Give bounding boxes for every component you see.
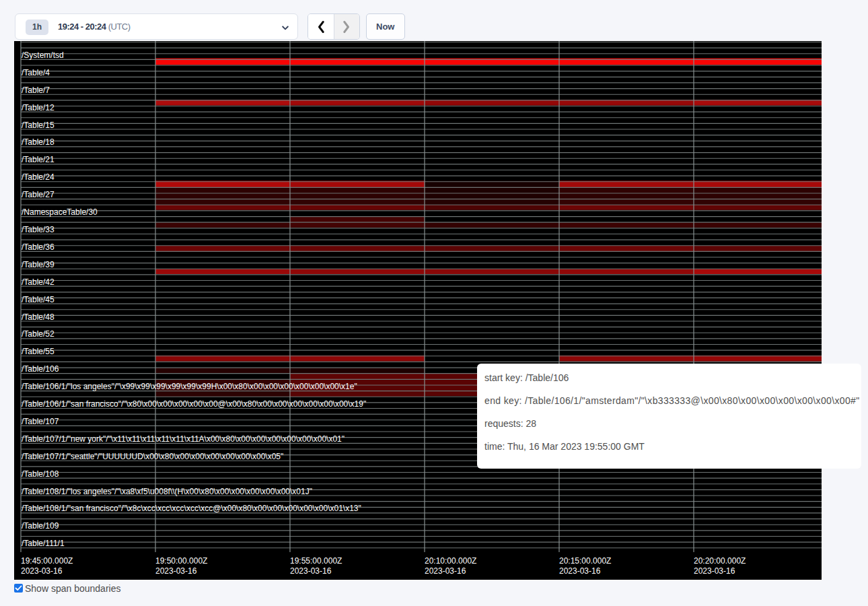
svg-text:2023-03-16: 2023-03-16 [155, 566, 197, 576]
svg-text:/Table/21: /Table/21 [22, 155, 55, 164]
svg-text:20:15:00.000Z: 20:15:00.000Z [559, 556, 611, 566]
svg-text:/Table/24: /Table/24 [22, 172, 55, 182]
svg-text:/Table/27: /Table/27 [22, 190, 55, 199]
svg-text:2023-03-16: 2023-03-16 [694, 566, 735, 576]
svg-text:/Table/36: /Table/36 [22, 242, 55, 252]
svg-text:/Table/108: /Table/108 [22, 469, 59, 479]
svg-text:/Table/39: /Table/39 [22, 260, 55, 269]
svg-text:19:55:00.000Z: 19:55:00.000Z [290, 556, 342, 566]
svg-text:/Table/107: /Table/107 [22, 417, 59, 426]
svg-text:/Table/106: /Table/106 [22, 364, 59, 374]
svg-text:/Table/42: /Table/42 [22, 277, 55, 287]
svg-text:19:45:00.000Z: 19:45:00.000Z [21, 556, 73, 566]
svg-text:/Table/109: /Table/109 [22, 521, 59, 531]
svg-text:/Table/7: /Table/7 [22, 86, 50, 95]
svg-text:/Table/4: /Table/4 [22, 68, 50, 77]
svg-text:19:50:00.000Z: 19:50:00.000Z [155, 556, 207, 566]
svg-text:2023-03-16: 2023-03-16 [559, 566, 601, 576]
svg-text:/Table/107/1/"seattle"/"UUUUUU: /Table/107/1/"seattle"/"UUUUUUD\x00\x80\… [22, 452, 283, 461]
svg-text:/NamespaceTable/30: /NamespaceTable/30 [22, 207, 98, 217]
svg-text:/Table/15: /Table/15 [22, 121, 55, 130]
svg-text:/Table/52: /Table/52 [22, 329, 55, 339]
svg-text:/Table/33: /Table/33 [22, 225, 55, 234]
svg-text:/Table/55: /Table/55 [22, 347, 55, 356]
svg-text:2023-03-16: 2023-03-16 [21, 566, 63, 576]
svg-text:20:20:00.000Z: 20:20:00.000Z [694, 556, 746, 566]
svg-text:/Table/48: /Table/48 [22, 312, 55, 322]
svg-text:/Table/18: /Table/18 [22, 137, 55, 147]
svg-text:/Table/106/1/"los angeles"/"\x: /Table/106/1/"los angeles"/"\x99\x99\x99… [22, 382, 357, 391]
svg-text:2023-03-16: 2023-03-16 [425, 566, 466, 576]
svg-text:/Table/108/1/"los angeles"/"\x: /Table/108/1/"los angeles"/"\xa8\xf5\u00… [22, 487, 312, 496]
svg-text:/System/tsd: /System/tsd [22, 50, 64, 60]
svg-text:/Table/12: /Table/12 [22, 103, 55, 112]
svg-text:/Table/108/1/"san francisco"/": /Table/108/1/"san francisco"/"\x8c\xcc\x… [22, 504, 361, 513]
svg-text:/Table/107/1/"new york"/"\x11\: /Table/107/1/"new york"/"\x11\x11\x11\x1… [22, 434, 345, 444]
svg-text:/Table/106/1/"san francisco"/": /Table/106/1/"san francisco"/"\x80\x00\x… [22, 399, 366, 409]
svg-text:/Table/45: /Table/45 [22, 295, 55, 304]
svg-text:20:10:00.000Z: 20:10:00.000Z [425, 556, 476, 566]
svg-text:2023-03-16: 2023-03-16 [290, 566, 332, 576]
svg-text:/Table/111/1: /Table/111/1 [22, 539, 65, 548]
